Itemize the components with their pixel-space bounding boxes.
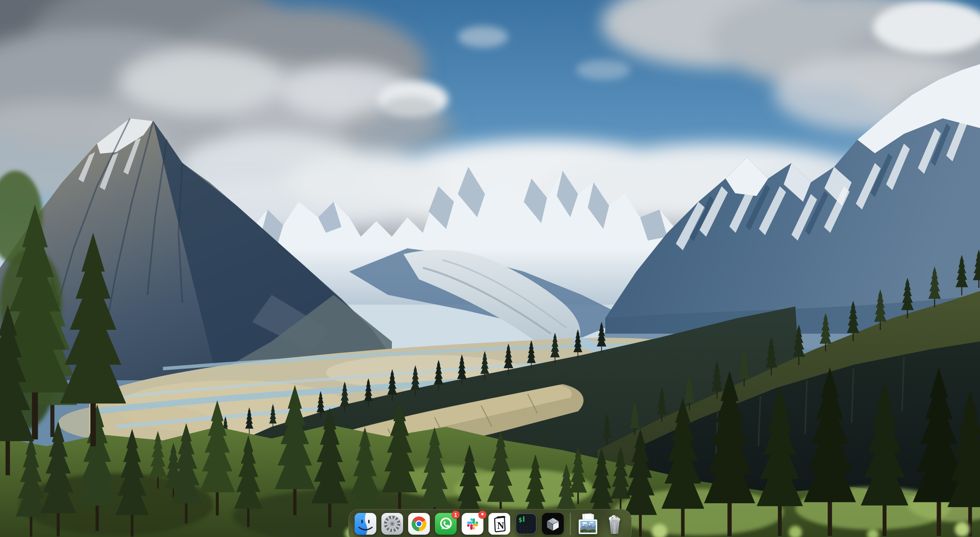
dock: 1 • N: [348, 509, 632, 537]
cursor-cube-icon: [542, 513, 564, 535]
dock-item-slack[interactable]: •: [462, 513, 483, 535]
gear-icon: [381, 513, 403, 535]
slack-badge: •: [478, 511, 487, 519]
notion-icon: N: [488, 513, 510, 535]
dock-item-finder[interactable]: [355, 513, 376, 535]
dock-item-terminal[interactable]: $: [515, 513, 537, 535]
dock-item-notion[interactable]: N: [488, 513, 510, 535]
terminal-cursor: [523, 516, 525, 522]
dock-item-cursor[interactable]: [542, 513, 564, 535]
dock-item-system-settings[interactable]: [381, 513, 403, 535]
terminal-icon: $: [515, 513, 537, 535]
finder-icon: [355, 513, 376, 535]
trash-full-icon: [604, 513, 625, 535]
whatsapp-badge: 1: [452, 511, 460, 519]
wallpaper-image: [0, 0, 980, 537]
dock-item-trash[interactable]: [604, 513, 625, 535]
terminal-prompt: $: [519, 516, 523, 523]
dock-item-photos-stack[interactable]: [577, 513, 599, 535]
photo-stack-icon: [577, 513, 599, 535]
desktop-wallpaper: [0, 0, 980, 537]
dock-separator: [570, 513, 571, 535]
notion-letter: N: [497, 520, 504, 531]
chrome-icon: [408, 513, 430, 535]
dock-item-whatsapp[interactable]: 1: [435, 513, 457, 535]
dock-item-google-chrome[interactable]: [408, 513, 430, 535]
